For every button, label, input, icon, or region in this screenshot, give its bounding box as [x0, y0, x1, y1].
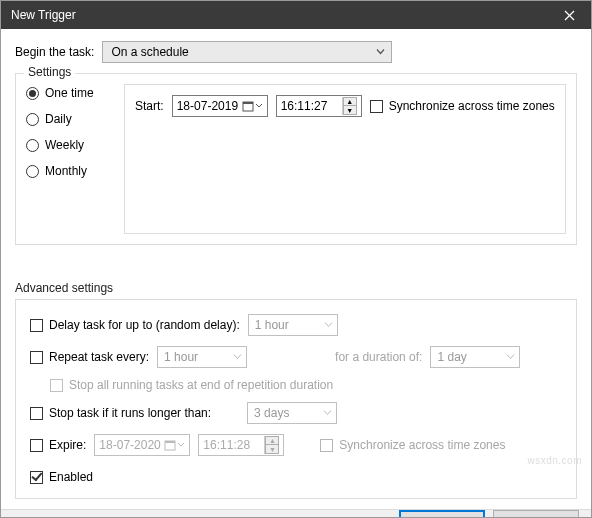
- expire-time-input[interactable]: 16:11:28 ▲ ▼: [198, 434, 284, 456]
- watermark: wsxdn.com: [527, 455, 582, 466]
- expire-label: Expire:: [49, 438, 86, 452]
- sync-tz-checkbox[interactable]: Synchronize across time zones: [370, 99, 555, 113]
- enabled-checkbox[interactable]: Enabled: [30, 470, 93, 484]
- begin-task-label: Begin the task:: [15, 45, 94, 59]
- spin-down-button[interactable]: ▼: [265, 445, 279, 454]
- radio-icon: [26, 165, 39, 178]
- expire-time-value: 16:11:28: [203, 438, 250, 452]
- chevron-down-icon: [506, 353, 515, 362]
- delay-label: Delay task for up to (random delay):: [49, 318, 240, 332]
- schedule-radio-group: One time Daily Weekly Monthly: [26, 84, 114, 234]
- checkbox-icon: [320, 439, 333, 452]
- expire-date-input[interactable]: 18-07-2020: [94, 434, 190, 456]
- delay-value: 1 hour: [255, 318, 289, 332]
- radio-weekly[interactable]: Weekly: [26, 138, 114, 152]
- chevron-down-icon: [376, 48, 385, 57]
- sync-tz-label: Synchronize across time zones: [389, 99, 555, 113]
- calendar-icon: [242, 100, 254, 112]
- dialog-footer: OK Cancel: [1, 509, 591, 518]
- close-button[interactable]: [547, 1, 591, 29]
- expire-checkbox[interactable]: Expire:: [30, 438, 86, 452]
- titlebar: New Trigger: [1, 1, 591, 29]
- checkbox-icon: [50, 379, 63, 392]
- spin-up-button[interactable]: ▲: [343, 97, 357, 106]
- repeat-duration-value: 1 day: [437, 350, 466, 364]
- checkbox-icon: [30, 471, 43, 484]
- begin-task-value: On a schedule: [111, 45, 188, 59]
- radio-label: Daily: [45, 112, 72, 126]
- stop-long-combo[interactable]: 3 days: [247, 402, 337, 424]
- start-panel: Start: 18-07-2019 16:11:27: [124, 84, 566, 234]
- start-label: Start:: [135, 99, 164, 113]
- start-time-input[interactable]: 16:11:27 ▲ ▼: [276, 95, 362, 117]
- radio-label: Weekly: [45, 138, 84, 152]
- repeat-checkbox[interactable]: Repeat task every:: [30, 350, 149, 364]
- repeat-label: Repeat task every:: [49, 350, 149, 364]
- checkbox-icon: [30, 407, 43, 420]
- expire-date-value: 18-07-2020: [99, 438, 160, 452]
- expire-sync-tz-checkbox: Synchronize across time zones: [320, 438, 505, 452]
- calendar-icon: [164, 439, 176, 451]
- spin-down-button[interactable]: ▼: [343, 106, 357, 115]
- stop-long-label: Stop task if it runs longer than:: [49, 406, 211, 420]
- close-icon: [564, 10, 575, 21]
- radio-label: One time: [45, 86, 94, 100]
- spin-up-button[interactable]: ▲: [265, 436, 279, 445]
- chevron-down-icon: [177, 441, 185, 449]
- cancel-button[interactable]: Cancel: [493, 510, 579, 518]
- window-title: New Trigger: [11, 8, 547, 22]
- radio-label: Monthly: [45, 164, 87, 178]
- radio-icon: [26, 87, 39, 100]
- radio-one-time[interactable]: One time: [26, 86, 114, 100]
- radio-daily[interactable]: Daily: [26, 112, 114, 126]
- repeat-interval-value: 1 hour: [164, 350, 198, 364]
- repeat-duration-combo[interactable]: 1 day: [430, 346, 520, 368]
- chevron-down-icon: [323, 409, 332, 418]
- ok-button[interactable]: OK: [399, 510, 485, 518]
- svg-rect-3: [243, 102, 253, 104]
- settings-legend: Settings: [24, 65, 75, 79]
- chevron-down-icon: [324, 321, 333, 330]
- repeat-duration-label: for a duration of:: [335, 350, 422, 364]
- radio-icon: [26, 139, 39, 152]
- advanced-group: Delay task for up to (random delay): 1 h…: [15, 299, 577, 499]
- start-date-value: 18-07-2019: [177, 99, 238, 113]
- checkbox-icon: [30, 439, 43, 452]
- begin-task-combo[interactable]: On a schedule: [102, 41, 392, 63]
- delay-checkbox[interactable]: Delay task for up to (random delay):: [30, 318, 240, 332]
- delay-combo[interactable]: 1 hour: [248, 314, 338, 336]
- checkbox-icon: [30, 351, 43, 364]
- svg-rect-5: [165, 441, 175, 443]
- checkbox-icon: [370, 100, 383, 113]
- settings-group: Settings One time Daily Weekly Monthly: [15, 73, 577, 245]
- chevron-down-icon: [233, 353, 242, 362]
- stop-long-value: 3 days: [254, 406, 289, 420]
- checkbox-icon: [30, 319, 43, 332]
- start-date-input[interactable]: 18-07-2019: [172, 95, 268, 117]
- enabled-label: Enabled: [49, 470, 93, 484]
- expire-sync-tz-label: Synchronize across time zones: [339, 438, 505, 452]
- start-time-value: 16:11:27: [281, 99, 328, 113]
- stop-long-checkbox[interactable]: Stop task if it runs longer than:: [30, 406, 211, 420]
- stop-repetition-checkbox: Stop all running tasks at end of repetit…: [50, 378, 333, 392]
- repeat-interval-combo[interactable]: 1 hour: [157, 346, 247, 368]
- stop-repetition-label: Stop all running tasks at end of repetit…: [69, 378, 333, 392]
- advanced-legend: Advanced settings: [15, 281, 577, 295]
- radio-monthly[interactable]: Monthly: [26, 164, 114, 178]
- chevron-down-icon: [255, 102, 263, 110]
- radio-icon: [26, 113, 39, 126]
